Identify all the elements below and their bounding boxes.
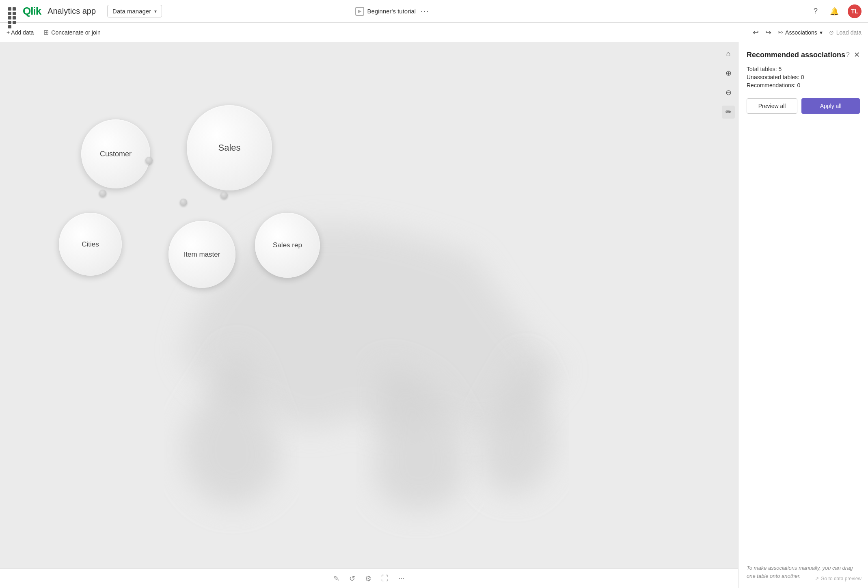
- panel-title: Recommended associations: [747, 51, 845, 59]
- tutorial-icon: ▶: [355, 7, 364, 16]
- sales-node[interactable]: Sales: [187, 105, 272, 190]
- panel-stats: Total tables: 5 Unassociated tables: 0 R…: [747, 66, 860, 90]
- associations-chevron-icon: ▾: [820, 29, 823, 36]
- preview-all-button[interactable]: Preview all: [747, 98, 797, 114]
- app-title: Analytics app: [48, 6, 96, 16]
- recommendations-stat: Recommendations: 0: [747, 82, 860, 89]
- fit-view-button[interactable]: ⌂: [722, 47, 735, 60]
- redo-button[interactable]: ↪: [765, 28, 771, 37]
- panel-close-icon[interactable]: ✕: [854, 50, 860, 59]
- unassociated-tables-stat: Unassociated tables: 0: [747, 74, 860, 80]
- cities-node[interactable]: Cities: [59, 213, 122, 276]
- connection-dot-3: [180, 199, 187, 206]
- item-master-node[interactable]: Item master: [168, 221, 235, 288]
- connection-dot-1: [145, 157, 153, 164]
- load-data-button[interactable]: ⊙ Load data: [829, 29, 862, 36]
- zoom-out-button[interactable]: ⊖: [722, 86, 735, 99]
- grid-menu-icon[interactable]: [6, 6, 18, 17]
- data-manager-dropdown[interactable]: Data manager ▾: [107, 5, 162, 17]
- sales-rep-node[interactable]: Sales rep: [255, 213, 320, 278]
- nav-right: ? 🔔 TL: [810, 4, 862, 18]
- concatenate-icon: ⊞: [43, 28, 49, 36]
- chevron-down-icon: ▾: [154, 9, 157, 14]
- add-data-button[interactable]: + Add data: [6, 29, 34, 36]
- zoom-in-button[interactable]: ⊕: [722, 67, 735, 80]
- help-icon[interactable]: ?: [810, 6, 821, 17]
- apply-all-button[interactable]: Apply all: [801, 98, 860, 114]
- total-tables-stat: Total tables: 5: [747, 66, 860, 72]
- tutorial-button[interactable]: ▶ Beginner's tutorial: [355, 7, 416, 16]
- canvas-area[interactable]: ⌂ ⊕ ⊖ ✏ Customer: [0, 42, 738, 588]
- data-preview-icon: ↗: [815, 576, 819, 582]
- associations-button[interactable]: ⚯ Associations ▾: [778, 29, 823, 36]
- panel-header-icons: ? ✕: [846, 50, 860, 59]
- right-panel: Recommended associations ? ✕ Total table…: [738, 42, 868, 588]
- canvas-tools: ⌂ ⊕ ⊖ ✏: [719, 42, 738, 123]
- main-area: ⌂ ⊕ ⊖ ✏ Customer: [0, 42, 868, 588]
- panel-info-icon[interactable]: ?: [846, 51, 850, 58]
- customer-node[interactable]: Customer: [81, 119, 150, 188]
- panel-actions: Preview all Apply all: [747, 98, 860, 114]
- undo-button[interactable]: ↩: [753, 28, 759, 37]
- connection-dot-2: [99, 190, 106, 197]
- associations-icon: ⚯: [778, 29, 783, 36]
- top-nav: Qlik Analytics app Data manager ▾ ▶ Begi…: [0, 0, 868, 23]
- nav-center: ▶ Beginner's tutorial ···: [355, 7, 430, 16]
- connection-dot-4: [220, 192, 228, 199]
- data-preview-link[interactable]: ↗ Go to data preview: [815, 576, 862, 582]
- toolbar: + Add data ⊞ Concatenate or join ↩ ↪ ⚯ A…: [0, 23, 868, 42]
- brush-button[interactable]: ✏: [722, 106, 735, 119]
- concatenate-join-button[interactable]: ⊞ Concatenate or join: [43, 28, 100, 36]
- panel-header: Recommended associations ? ✕: [747, 50, 860, 59]
- notifications-icon[interactable]: 🔔: [829, 6, 840, 17]
- load-data-icon: ⊙: [829, 29, 834, 36]
- qlik-logo: Qlik: [23, 5, 41, 17]
- toolbar-right: ↩ ↪ ⚯ Associations ▾ ⊙ Load data: [753, 28, 862, 37]
- avatar[interactable]: TL: [848, 4, 862, 18]
- more-options-icon[interactable]: ···: [421, 7, 429, 15]
